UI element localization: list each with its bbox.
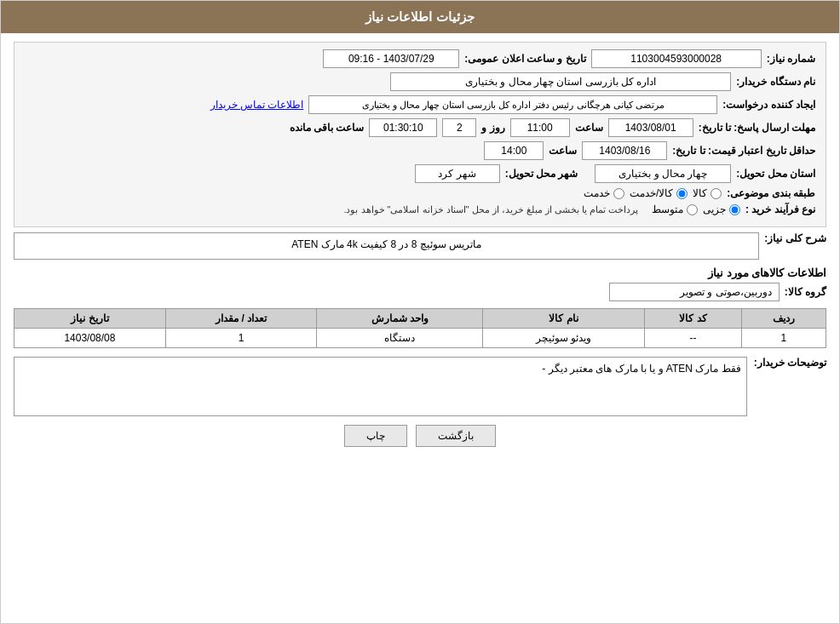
row-purchase-type: نوع فرآیند خرید : جزیی متوسط پرداخت تمام… xyxy=(25,203,815,215)
category-pure-service-radio[interactable] xyxy=(613,188,624,199)
buyer-value: اداره کل بازرسی استان چهار محال و بختیار… xyxy=(390,72,731,91)
category-service-item[interactable]: کالا/خدمت xyxy=(630,187,688,199)
col-row-num: ردیف xyxy=(741,309,826,329)
col-goods-name: نام کالا xyxy=(483,309,645,329)
response-time-label: ساعت xyxy=(575,122,603,134)
row-need-number: شماره نیاز: 1103004593000028 تاریخ و ساع… xyxy=(25,49,815,68)
response-day-value: 2 xyxy=(442,118,476,137)
purchase-medium-radio[interactable] xyxy=(687,204,698,215)
response-remaining-value: 01:30:10 xyxy=(369,118,437,137)
buyer-desc-label: توضیحات خریدار: xyxy=(754,357,826,369)
category-label: طبقه بندی موضوعی: xyxy=(727,187,815,199)
col-unit: واحد شمارش xyxy=(317,309,483,329)
category-service-radio[interactable] xyxy=(676,188,688,199)
category-pure-service-label: خدمت xyxy=(584,187,610,199)
purchase-partial-label: جزیی xyxy=(703,203,726,215)
category-goods-label: کالا xyxy=(693,187,707,199)
need-description-row: شرح کلی نیاز: ماتریس سوئیچ 8 در 8 کیفیت … xyxy=(14,232,826,260)
price-date-value: 1403/08/16 xyxy=(582,141,667,160)
response-deadline-label: مهلت ارسال پاسخ: تا تاریخ: xyxy=(699,122,815,134)
need-number-label: شماره نیاز: xyxy=(767,53,815,65)
page-wrapper: جزئیات اطلاعات نیاز شماره نیاز: 11030045… xyxy=(0,0,840,624)
page-title: جزئیات اطلاعات نیاز xyxy=(365,9,474,24)
announcement-date-label: تاریخ و ساعت اعلان عمومی: xyxy=(464,53,585,65)
creator-value: مرتضی کیانی هرچگانی رئیس دفتر اداره کل ب… xyxy=(308,95,717,114)
creator-label: ایجاد کننده درخواست: xyxy=(722,99,815,111)
delivery-province-label: استان محل تحویل: xyxy=(736,168,815,180)
table-header-row: ردیف کد کالا نام کالا واحد شمارش تعداد /… xyxy=(14,309,826,329)
purchase-partial-item[interactable]: جزیی xyxy=(703,203,740,215)
buyer-desc-row: توضیحات خریدار: فقط مارک ATEN و یا با ما… xyxy=(14,357,826,416)
goods-table: ردیف کد کالا نام کالا واحد شمارش تعداد /… xyxy=(14,308,826,348)
goods-group-label: گروه کالا: xyxy=(785,286,826,298)
purchase-medium-item[interactable]: متوسط xyxy=(652,203,698,215)
top-info-section: شماره نیاز: 1103004593000028 تاریخ و ساع… xyxy=(14,42,826,227)
price-time-value: 14:00 xyxy=(484,141,544,160)
contact-link[interactable]: اطلاعات تماس خریدار xyxy=(210,99,304,111)
purchase-partial-radio[interactable] xyxy=(729,204,740,215)
response-time-value: 11:00 xyxy=(510,118,570,137)
purchase-note: پرداخت تمام یا بخشی از مبلغ خرید، از محل… xyxy=(343,204,638,215)
purchase-type-label: نوع فرآیند خرید : xyxy=(745,203,815,215)
response-date-value: 1403/08/01 xyxy=(608,118,693,137)
category-goods-radio[interactable] xyxy=(711,188,722,199)
buyer-label: نام دستگاه خریدار: xyxy=(736,76,815,88)
need-description-label: شرح کلی نیاز: xyxy=(764,232,826,244)
response-remaining-label: ساعت باقی مانده xyxy=(290,122,365,134)
delivery-city-value: شهر کرد xyxy=(415,164,500,183)
price-time-label: ساعت xyxy=(549,145,577,157)
col-goods-code: کد کالا xyxy=(644,309,741,329)
delivery-province-row: استان محل تحویل: چهار محال و بختیاری xyxy=(595,164,815,183)
row-response-deadline: مهلت ارسال پاسخ: تا تاریخ: 1403/08/01 سا… xyxy=(25,118,815,137)
main-content: شماره نیاز: 1103004593000028 تاریخ و ساع… xyxy=(1,33,839,464)
delivery-city-label: شهر محل تحویل: xyxy=(505,168,578,180)
col-need-date: تاریخ نیاز xyxy=(14,309,166,329)
goods-group-value: دوربین،صوتی و تصویر xyxy=(609,283,780,301)
back-button[interactable]: بازگشت xyxy=(416,425,496,447)
buyer-desc-value: فقط مارک ATEN و یا با مارک های معتبر دیگ… xyxy=(14,357,747,416)
row-buyer: نام دستگاه خریدار: اداره کل بازرسی استان… xyxy=(25,72,815,91)
delivery-province-value: چهار محال و بختیاری xyxy=(595,164,731,183)
button-row: بازگشت چاپ xyxy=(14,425,826,447)
row-price-deadline: حداقل تاریخ اعتبار قیمت: تا تاریخ: 1403/… xyxy=(25,141,815,160)
category-service-label: کالا/خدمت xyxy=(630,187,673,199)
purchase-medium-label: متوسط xyxy=(652,203,683,215)
page-header: جزئیات اطلاعات نیاز xyxy=(1,1,839,33)
col-count: تعداد / مقدار xyxy=(165,309,317,329)
response-day-label: روز و xyxy=(481,122,504,134)
goods-group-row: گروه کالا: دوربین،صوتی و تصویر xyxy=(14,283,826,301)
need-number-value: 1103004593000028 xyxy=(591,49,762,68)
table-row: 1--ویدئو سوئیچردستگاه11403/08/08 xyxy=(14,329,826,348)
category-goods-item[interactable]: کالا xyxy=(693,187,722,199)
print-button[interactable]: چاپ xyxy=(344,425,407,447)
price-deadline-label: حداقل تاریخ اعتبار قیمت: تا تاریخ: xyxy=(672,145,815,157)
announcement-date-value: 1403/07/29 - 09:16 xyxy=(323,49,459,68)
need-description-value: ماتریس سوئیچ 8 در 8 کیفیت 4k مارک ATEN xyxy=(14,232,759,260)
row-creator: ایجاد کننده درخواست: مرتضی کیانی هرچگانی… xyxy=(25,95,815,114)
category-pure-service-item[interactable]: خدمت xyxy=(584,187,624,199)
row-delivery: استان محل تحویل: چهار محال و بختیاری شهر… xyxy=(25,164,815,183)
delivery-city-row: شهر محل تحویل: شهر کرد xyxy=(415,164,578,183)
goods-info-title: اطلاعات کالاهای مورد نیاز xyxy=(14,266,826,279)
row-category: طبقه بندی موضوعی: کالا کالا/خدمت خدمت xyxy=(25,187,815,199)
